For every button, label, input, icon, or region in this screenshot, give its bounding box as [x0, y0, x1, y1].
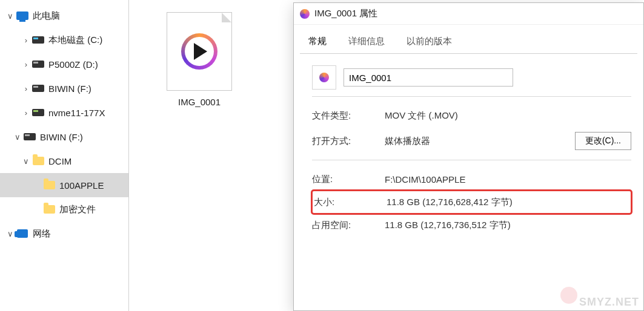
properties-sheet: 文件类型: MOV 文件 (.MOV) 打开方式: 媒体播放器 更改(C)...… — [294, 54, 643, 238]
watermark-text: SMYZ.NET — [579, 296, 639, 309]
chevron-right-icon: › — [21, 108, 32, 117]
tree-biwin[interactable]: ∨ BIWIN (F:) — [0, 125, 128, 149]
divider — [312, 96, 631, 97]
tab-general[interactable]: 常规 — [299, 30, 336, 53]
tree-label: nvme11-177X — [48, 108, 105, 118]
divider — [312, 160, 631, 160]
tree-label: 网络 — [33, 228, 51, 240]
tree-label: 加密文件 — [59, 204, 96, 215]
change-button[interactable]: 更改(C)... — [575, 132, 631, 150]
tree-dcim[interactable]: ∨ DCIM — [0, 149, 128, 173]
disk-icon — [32, 57, 45, 71]
value-openwith: 媒体播放器 — [385, 136, 575, 147]
tree-encrypted[interactable]: 加密文件 — [0, 197, 128, 221]
watermark-badge — [560, 287, 577, 304]
folder-icon — [42, 203, 56, 216]
video-file-icon — [312, 65, 336, 90]
tree-this-pc[interactable]: ∨ 此电脑 — [0, 4, 128, 28]
chevron-down-icon: ∨ — [21, 157, 32, 166]
dialog-tabs: 常规 详细信息 以前的版本 — [294, 25, 643, 53]
row-location: 位置: F:\DCIM\100APPLE — [312, 166, 631, 192]
tree-drive-d[interactable]: › P5000Z (D:) — [0, 52, 128, 76]
nav-tree: ∨ 此电脑 › 本地磁盘 (C:) › P5000Z (D:) › BIWIN … — [0, 0, 129, 311]
label-size-on-disk: 占用空间: — [312, 220, 385, 231]
dialog-titlebar[interactable]: IMG_0001 属性 — [294, 3, 643, 25]
tree-label: DCIM — [48, 156, 71, 166]
tree-label: P5000Z (D:) — [48, 59, 98, 70]
tree-drive-f[interactable]: › BIWIN (F:) — [0, 76, 128, 100]
label-size: 大小: — [314, 197, 387, 208]
chevron-right-icon: › — [21, 60, 32, 69]
row-size: 大小: 11.8 GB (12,716,628,412 字节) — [311, 189, 632, 215]
value-size: 11.8 GB (12,716,628,412 字节) — [387, 197, 629, 208]
chevron-right-icon: › — [21, 36, 32, 45]
tree-label: BIWIN (F:) — [40, 132, 83, 142]
tree-100apple[interactable]: 100APPLE — [0, 173, 128, 197]
row-openwith: 打开方式: 媒体播放器 更改(C)... — [312, 128, 631, 154]
tree-label: BIWIN (F:) — [48, 83, 91, 94]
value-location: F:\DCIM\100APPLE — [385, 174, 631, 185]
tree-label: 此电脑 — [33, 10, 60, 22]
disk-icon — [23, 130, 36, 143]
tree-drive-nvme[interactable]: › nvme11-177X — [0, 100, 128, 125]
disk-icon — [32, 82, 45, 95]
tab-details[interactable]: 详细信息 — [339, 30, 394, 53]
tree-label: 100APPLE — [59, 180, 104, 191]
row-size-on-disk: 占用空间: 11.8 GB (12,716,736,512 字节) — [312, 212, 631, 238]
file-item[interactable]: IMG_0001 — [154, 12, 244, 107]
video-file-icon — [167, 12, 232, 91]
chevron-down-icon: ∨ — [12, 133, 23, 142]
file-name-label: IMG_0001 — [178, 97, 221, 107]
filename-input[interactable] — [344, 68, 513, 87]
disk-icon — [32, 33, 45, 47]
value-size-on-disk: 11.8 GB (12,716,736,512 字节) — [385, 220, 631, 231]
tree-drive-c[interactable]: › 本地磁盘 (C:) — [0, 28, 128, 52]
value-filetype: MOV 文件 (.MOV) — [385, 110, 631, 122]
disk-icon — [32, 106, 45, 119]
video-icon — [300, 9, 310, 19]
filename-row — [312, 65, 631, 90]
tree-network[interactable]: ∨ 网络 — [0, 221, 128, 246]
tree-label: 本地磁盘 (C:) — [48, 34, 102, 46]
network-icon — [16, 227, 29, 240]
label-openwith: 打开方式: — [312, 136, 385, 147]
chevron-down-icon: ∨ — [5, 11, 16, 21]
row-filetype: 文件类型: MOV 文件 (.MOV) — [312, 103, 631, 128]
folder-icon — [42, 178, 56, 192]
file-list[interactable]: IMG_0001 — [130, 0, 288, 311]
chevron-right-icon: › — [21, 84, 32, 93]
pc-icon — [16, 9, 29, 22]
folder-icon — [32, 154, 45, 168]
dialog-title: IMG_0001 属性 — [314, 8, 377, 19]
label-location: 位置: — [312, 174, 385, 185]
label-filetype: 文件类型: — [312, 110, 385, 122]
tab-previous-versions[interactable]: 以前的版本 — [397, 30, 462, 53]
properties-dialog: IMG_0001 属性 常规 详细信息 以前的版本 文件类型: MOV 文件 (… — [293, 2, 644, 311]
